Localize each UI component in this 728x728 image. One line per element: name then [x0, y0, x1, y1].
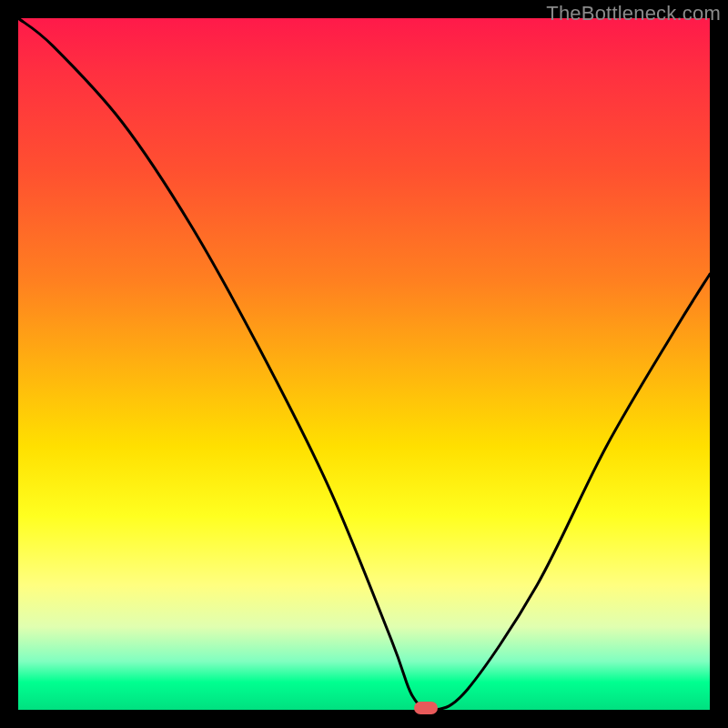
bottleneck-curve	[18, 18, 710, 710]
watermark-text: TheBottleneck.com	[546, 2, 721, 25]
chart-frame: TheBottleneck.com	[0, 0, 728, 728]
minimum-marker	[414, 702, 438, 714]
curve-path	[18, 18, 710, 710]
plot-area	[18, 18, 710, 710]
